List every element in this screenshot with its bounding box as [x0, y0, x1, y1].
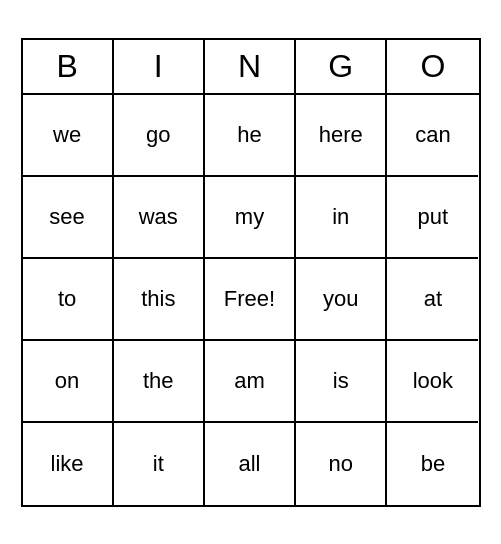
header-letter-g: G [296, 40, 387, 93]
bingo-grid: wegoheherecanseewasmyinputtothisFree!you… [23, 95, 479, 505]
bingo-cell-r4-c1: it [114, 423, 205, 505]
bingo-cell-r0-c3: here [296, 95, 387, 177]
bingo-cell-r0-c2: he [205, 95, 296, 177]
bingo-cell-r4-c0: like [23, 423, 114, 505]
header-letter-b: B [23, 40, 114, 93]
bingo-cell-r2-c1: this [114, 259, 205, 341]
bingo-cell-r0-c0: we [23, 95, 114, 177]
bingo-cell-r2-c4: at [387, 259, 478, 341]
header-letter-o: O [387, 40, 478, 93]
bingo-cell-r0-c4: can [387, 95, 478, 177]
bingo-cell-r3-c0: on [23, 341, 114, 423]
bingo-cell-r0-c1: go [114, 95, 205, 177]
bingo-cell-r3-c4: look [387, 341, 478, 423]
header-letter-i: I [114, 40, 205, 93]
bingo-cell-r3-c3: is [296, 341, 387, 423]
bingo-cell-r1-c2: my [205, 177, 296, 259]
bingo-cell-r3-c1: the [114, 341, 205, 423]
bingo-cell-r1-c0: see [23, 177, 114, 259]
bingo-cell-r4-c4: be [387, 423, 478, 505]
bingo-cell-r2-c0: to [23, 259, 114, 341]
bingo-cell-r1-c1: was [114, 177, 205, 259]
bingo-cell-r2-c3: you [296, 259, 387, 341]
bingo-cell-r1-c3: in [296, 177, 387, 259]
bingo-cell-r3-c2: am [205, 341, 296, 423]
bingo-cell-r2-c2: Free! [205, 259, 296, 341]
bingo-header: BINGO [23, 40, 479, 95]
header-letter-n: N [205, 40, 296, 93]
bingo-cell-r1-c4: put [387, 177, 478, 259]
bingo-card: BINGO wegoheherecanseewasmyinputtothisFr… [21, 38, 481, 507]
bingo-cell-r4-c2: all [205, 423, 296, 505]
bingo-cell-r4-c3: no [296, 423, 387, 505]
